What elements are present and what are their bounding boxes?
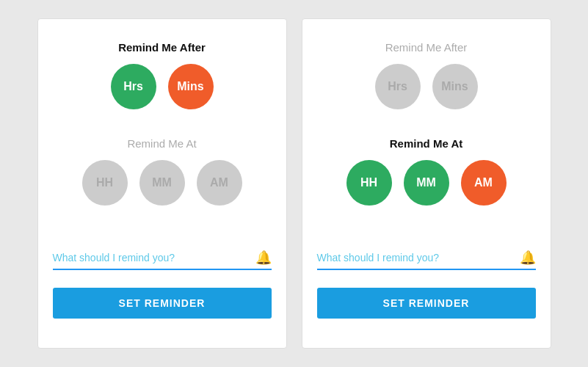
- bell-icon-2: 🔔: [520, 250, 536, 266]
- am-circle-2[interactable]: AM: [461, 160, 507, 206]
- remind-at-title-1: Remind Me At: [127, 137, 196, 150]
- set-reminder-button-2[interactable]: SET REMINDER: [317, 288, 536, 319]
- reminder-input-placeholder-2: What should I remind you?: [317, 252, 520, 264]
- set-reminder-button-1[interactable]: SET REMINDER: [53, 288, 272, 319]
- remind-at-section-2: Remind Me At HH MM AM: [317, 137, 536, 226]
- circles-at-row-2: HH MM AM: [346, 160, 507, 206]
- remind-after-title-1: Remind Me After: [118, 41, 206, 54]
- circles-after-row-2: Hrs Mins: [375, 64, 478, 109]
- hrs-circle-1[interactable]: Hrs: [111, 64, 156, 109]
- card-1: Remind Me After Hrs Mins Remind Me At HH…: [37, 18, 287, 349]
- hh-circle-1[interactable]: HH: [82, 160, 128, 206]
- circles-at-row-1: HH MM AM: [82, 160, 242, 206]
- mm-circle-1[interactable]: MM: [139, 160, 185, 206]
- card-2: Remind Me After Hrs Mins Remind Me At HH…: [302, 18, 551, 349]
- mins-circle-1[interactable]: Mins: [168, 64, 214, 109]
- remind-at-section-1: Remind Me At HH MM AM: [53, 137, 272, 226]
- am-circle-1[interactable]: AM: [197, 160, 242, 206]
- hh-circle-2[interactable]: HH: [346, 160, 392, 206]
- hrs-circle-2[interactable]: Hrs: [375, 64, 421, 109]
- reminder-input-row-2[interactable]: What should I remind you? 🔔: [317, 247, 536, 270]
- bell-icon-1: 🔔: [255, 250, 272, 266]
- remind-at-title-2: Remind Me At: [390, 137, 462, 150]
- remind-after-title-2: Remind Me After: [385, 41, 468, 54]
- mins-circle-2[interactable]: Mins: [432, 64, 478, 109]
- reminder-input-placeholder-1: What should I remind you?: [53, 252, 255, 264]
- mm-circle-2[interactable]: MM: [404, 160, 449, 206]
- circles-after-row-1: Hrs Mins: [111, 64, 214, 109]
- reminder-input-row-1[interactable]: What should I remind you? 🔔: [53, 247, 272, 270]
